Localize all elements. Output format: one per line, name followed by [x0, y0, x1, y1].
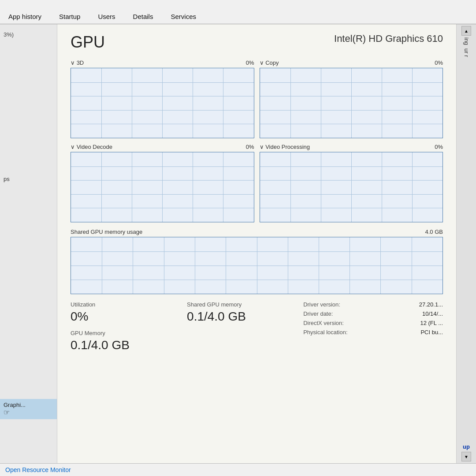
chart-copy-value: 0%: [435, 59, 443, 66]
stat-utilization-value: 0%: [71, 310, 187, 324]
stat-physical-location-row: Physical location: PCI bu...: [303, 329, 443, 336]
tab-app-history[interactable]: App history: [0, 8, 50, 24]
tab-services[interactable]: Services: [162, 8, 205, 24]
right-panel-text-top: ing: [461, 36, 472, 47]
stat-utilization-label: Utilization: [71, 301, 187, 308]
stat-shared-memory-value: 0.1/4.0 GB: [187, 310, 303, 324]
sidebar-partial-top: 3%): [0, 29, 57, 41]
stat-driver-date-row: Driver date: 10/14/...: [303, 310, 443, 317]
chart-video-decode-grid: [71, 152, 254, 222]
chart-copy-container: ∨ Copy 0%: [260, 59, 443, 138]
stat-physical-location-label: Physical location:: [303, 329, 347, 336]
chart-video-processing-container: ∨ Video Processing 0%: [260, 144, 443, 222]
chart-video-decode-value: 0%: [246, 144, 254, 150]
stat-physical-location-value: PCI bu...: [420, 329, 443, 336]
tab-details[interactable]: Details: [125, 8, 162, 24]
tab-users[interactable]: Users: [89, 8, 123, 24]
chart-video-processing-grid: [260, 152, 443, 222]
chart-video-decode-header: ∨ Video Decode 0%: [71, 144, 254, 150]
sidebar: 3%) ps Graphi... ☞: [0, 24, 57, 463]
stat-driver-date-label: Driver date:: [303, 310, 333, 317]
stat-gpu-memory-value: 0.1/4.0 GB: [71, 338, 187, 352]
chart-shared-memory-container: Shared GPU memory usage 4.0 GB: [71, 229, 443, 294]
chart-video-decode-label[interactable]: ∨ Video Decode: [71, 144, 112, 150]
chart-3d-label[interactable]: ∨ 3D: [71, 59, 84, 66]
stat-driver-version-row: Driver version: 27.20.1...: [303, 301, 443, 308]
chart-copy-grid: [260, 68, 443, 138]
scroll-up-arrow[interactable]: ▲: [461, 26, 471, 36]
cursor-icon: ☞: [4, 408, 10, 417]
chart-copy-box: [260, 68, 443, 138]
stat-driver-version-label: Driver version:: [303, 301, 340, 308]
chart-3d-value: 0%: [246, 59, 254, 66]
tab-startup[interactable]: Startup: [51, 8, 89, 24]
chart-video-decode-container: ∨ Video Decode 0%: [71, 144, 254, 222]
gpu-title: GPU: [71, 33, 105, 52]
chart-video-processing-value: 0%: [435, 144, 443, 150]
stat-shared-memory-col: Shared GPU memory 0.1/4.0 GB: [187, 301, 303, 352]
stat-driver-date-value: 10/14/...: [422, 310, 443, 317]
chart-video-decode-box: [71, 152, 254, 222]
chart-video-processing-label[interactable]: ∨ Video Processing: [260, 144, 310, 150]
stat-shared-memory-label: Shared GPU memory: [187, 301, 303, 308]
stat-driver-details: Driver version: 27.20.1... Driver date: …: [303, 301, 443, 352]
tab-bar: App history Startup Users Details Servic…: [0, 0, 476, 24]
stat-gpu-memory-label: GPU Memory: [71, 330, 187, 336]
charts-grid-top: ∨ 3D 0%: [71, 59, 443, 222]
chart-shared-memory-label: Shared GPU memory usage: [71, 229, 142, 235]
right-panel-up-text: up: [461, 442, 472, 452]
chart-video-processing-box: [260, 152, 443, 222]
scroll-down-arrow[interactable]: ▼: [461, 452, 471, 461]
chart-copy-header: ∨ Copy 0%: [260, 59, 443, 66]
main-content: 3%) ps Graphi... ☞ GPU Intel(R) HD Graph…: [0, 24, 476, 463]
chart-3d-box: [71, 68, 254, 138]
chart-3d-container: ∨ 3D 0%: [71, 59, 254, 138]
right-panel-text-second: ur r: [461, 47, 472, 59]
chart-shared-memory-box: [71, 237, 443, 294]
stat-directx-label: DirectX version:: [303, 320, 344, 326]
sidebar-ps: ps: [0, 174, 13, 184]
chart-video-processing-header: ∨ Video Processing 0%: [260, 144, 443, 150]
chart-shared-memory-value: 4.0 GB: [425, 229, 443, 235]
chart-3d-header: ∨ 3D 0%: [71, 59, 254, 66]
chart-shared-memory-header: Shared GPU memory usage 4.0 GB: [71, 229, 443, 235]
stat-directx-row: DirectX version: 12 (FL ...: [303, 320, 443, 326]
stat-driver-version-value: 27.20.1...: [419, 301, 443, 308]
stat-directx-value: 12 (FL ...: [420, 320, 443, 326]
bottom-bar: Open Resource Monitor: [0, 463, 476, 476]
gpu-header: GPU Intel(R) HD Graphics 610: [71, 33, 443, 52]
task-manager-window: App history Startup Users Details Servic…: [0, 0, 476, 476]
chart-3d-grid: [71, 68, 254, 138]
sidebar-graphi-label: Graphi...: [4, 402, 26, 408]
gpu-panel: GPU Intel(R) HD Graphics 610 ∨ 3D 0%: [57, 24, 456, 463]
gpu-model: Intel(R) HD Graphics 610: [334, 33, 443, 44]
open-resource-monitor-link[interactable]: Open Resource Monitor: [5, 466, 71, 473]
stats-section: Utilization 0% GPU Memory 0.1/4.0 GB Sha…: [71, 301, 443, 352]
right-panel: ▲ ing ur r up ▼: [456, 24, 476, 463]
chart-shared-memory-grid: [71, 237, 443, 294]
sidebar-graphi-item[interactable]: Graphi... ☞: [0, 399, 57, 419]
stat-utilization-col: Utilization 0% GPU Memory 0.1/4.0 GB: [71, 301, 187, 352]
chart-copy-label[interactable]: ∨ Copy: [260, 59, 279, 66]
